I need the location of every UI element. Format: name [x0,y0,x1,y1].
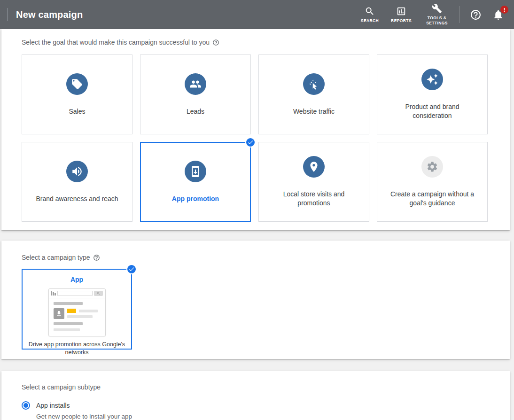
notification-badge: ! [500,6,508,14]
selected-check-badge [245,137,256,148]
subtype-heading-text: Select a campaign subtype [22,383,101,391]
goal-card-no-goal-guidance[interactable]: Create a campaign without a goal's guida… [377,142,488,222]
search-icon [365,6,375,16]
tag-icon [71,78,83,90]
nav-search-label: SEARCH [361,18,379,23]
illustration-logo-bars [51,291,56,296]
selected-check-badge [126,264,137,274]
subtype-option-label: App installs [36,402,70,409]
type-heading-text: Select a campaign type [22,254,90,261]
phone-install-icon [189,165,202,178]
nav-tools-settings[interactable]: TOOLS & SETTINGS [424,3,450,25]
goal-heading-text: Select the goal that would make this cam… [22,39,210,46]
gear-icon [426,161,438,173]
wrench-icon [432,3,442,14]
goal-section-heading: Select the goal that would make this cam… [22,39,510,46]
header-divider-right [459,6,459,23]
app-ad-illustration [48,288,106,336]
help-icon[interactable] [212,39,219,46]
type-section-heading: Select a campaign type [22,254,510,261]
subtype-section-heading: Select a campaign subtype [22,383,510,391]
goal-card-label: Create a campaign without a goal's guida… [377,190,487,208]
campaign-type-title: App [70,276,83,283]
goal-card-product-brand-consideration[interactable]: Product and brand consideration [377,54,488,134]
check-icon [247,139,254,146]
campaign-type-section: Select a campaign type App [1,241,510,359]
app-header: New campaign SEARCH REPORTS TOOLS & SETT… [0,0,514,29]
nav-tools-settings-label: TOOLS & SETTINGS [424,16,450,25]
goal-card-label: Local store visits and promotions [259,190,369,208]
subtype-option-app-installs[interactable]: App installs [22,401,510,410]
help-icon [470,9,482,21]
goal-card-label: Brand awareness and reach [27,194,126,203]
goal-card-leads[interactable]: Leads [140,54,251,134]
goal-card-brand-awareness-reach[interactable]: Brand awareness and reach [22,142,132,222]
help-icon[interactable] [93,254,100,261]
campaign-type-description: Drive app promotion across Google's netw… [29,341,125,357]
subtype-option-description: Get new people to install your app [36,413,510,420]
speaker-icon [71,165,83,178]
page-title: New campaign [16,9,83,20]
reports-icon [396,6,406,16]
illustration-search-button [94,291,103,296]
help-button[interactable] [466,5,485,24]
campaign-type-card-app[interactable]: App [22,269,132,350]
goal-card-app-promotion[interactable]: App promotion [140,142,251,222]
header-divider-left [8,8,8,21]
radio-app-installs[interactable] [22,401,30,410]
goal-card-label: Leads [178,107,213,116]
click-cursor-icon [308,78,320,90]
goal-card-label: Sales [60,107,93,116]
notifications-button[interactable]: ! [489,5,507,24]
goal-card-local-store-visits[interactable]: Local store visits and promotions [258,142,369,222]
search-icon [97,292,100,295]
goal-card-grid: Sales Leads Website traffic Product and … [22,54,510,222]
illustration-search-box [57,291,93,296]
goal-card-label: Website traffic [285,107,343,116]
download-icon [54,308,64,319]
check-icon [128,266,135,272]
sparkle-icon [426,73,438,86]
nav-search[interactable]: SEARCH [361,6,379,23]
goal-card-label: Product and brand consideration [377,102,487,120]
people-icon [189,78,202,90]
campaign-subtype-section: Select a campaign subtype App installs G… [1,371,510,420]
goal-card-website-traffic[interactable]: Website traffic [258,54,369,134]
location-pin-icon [308,161,320,173]
nav-reports[interactable]: REPORTS [391,6,412,23]
goal-card-label: App promotion [164,194,227,203]
nav-reports-label: REPORTS [391,18,412,23]
goal-card-sales[interactable]: Sales [22,54,132,134]
illustration-accent-block [67,309,76,313]
goal-section: Select the goal that would make this cam… [1,29,510,230]
